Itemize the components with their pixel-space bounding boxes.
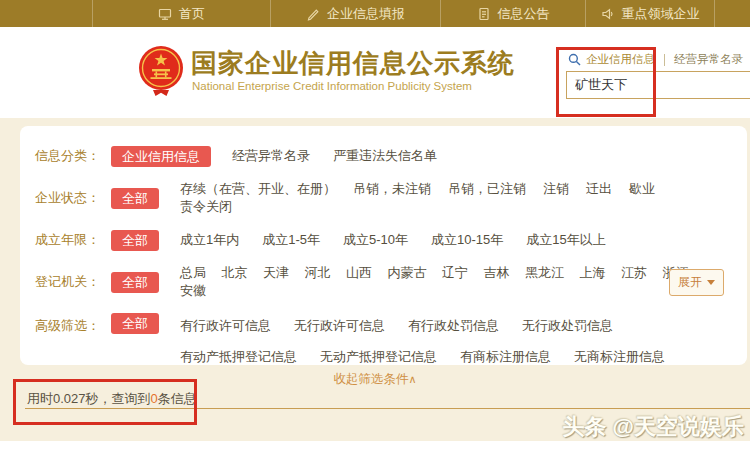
elapsed-prefix: 用时 [27, 391, 53, 406]
search-icon [568, 53, 581, 66]
filter-option[interactable]: 黑龙江 [525, 264, 564, 282]
filter-option[interactable]: 安徽 [180, 282, 206, 300]
filter-option[interactable]: 经营异常名录 [232, 147, 310, 165]
filter-row-registration-authority: 登记机关： 全部 总局北京天津河北山西内蒙古辽宁吉林黑龙江上海江苏浙江安徽 展开 [35, 261, 732, 303]
filter-option[interactable]: 吊销，已注销 [448, 180, 526, 198]
filter-label: 企业状态： [35, 189, 111, 207]
selected-filter-button[interactable]: 全部 [111, 188, 159, 209]
filter-label: 成立年限： [35, 231, 111, 249]
nav-label: 企业信息填报 [327, 5, 405, 23]
filter-options: 成立1年内成立1-5年成立5-10年成立10-15年成立15年以上 [180, 231, 629, 249]
nav-label: 首页 [179, 5, 205, 23]
selected-filter-button[interactable]: 全部 [111, 230, 159, 251]
chevron-down-icon [707, 280, 715, 285]
filter-option[interactable]: 存续（在营、开业、在册） [180, 180, 336, 198]
filter-options: 总局北京天津河北山西内蒙古辽宁吉林黑龙江上海江苏浙江安徽 [180, 264, 732, 300]
search-type-tabs: 企业信用信息 经营异常名录 [568, 52, 750, 67]
header: 国家企业信用信息公示系统 National Enterprise Credit … [0, 27, 750, 118]
result-count: 0 [151, 391, 158, 406]
filter-options: 存续（在营、开业、在册）吊销，未注销吊销，已注销注销迁出歇业责令关闭 [180, 180, 732, 216]
filter-label: 信息分类： [35, 147, 111, 165]
national-emblem-logo [137, 45, 185, 97]
filter-option[interactable]: 成立15年以上 [526, 231, 605, 249]
selected-filter-button[interactable]: 企业信用信息 [111, 146, 211, 167]
selected-filter-button[interactable]: 全部 [111, 313, 159, 334]
filter-option[interactable]: 总局 [180, 264, 206, 282]
collapse-filters-label: 收起筛选条件 [333, 372, 408, 386]
elapsed-suffix: 秒，查询到 [86, 391, 151, 406]
pen-icon [306, 7, 320, 21]
filter-option[interactable]: 有动产抵押登记信息 [180, 348, 297, 366]
filter-row-advanced: 高级筛选： 全部 有行政许可信息无行政许可信息有行政处罚信息无行政处罚信息 有动… [35, 303, 732, 366]
filter-option[interactable]: 上海 [580, 264, 606, 282]
filter-option[interactable]: 无商标注册信息 [574, 348, 665, 366]
filter-option[interactable]: 吊销，未注销 [353, 180, 431, 198]
nav-label: 重点领域企业 [622, 5, 700, 23]
nav-item-enterprise-filing[interactable]: 企业信息填报 [270, 0, 440, 27]
filter-option[interactable]: 吉林 [484, 264, 510, 282]
tab-abnormal-operations-list[interactable]: 经营异常名录 [665, 52, 750, 67]
watermark: 头条 @天空说娱乐 [562, 412, 744, 442]
filter-option[interactable]: 成立5-10年 [343, 231, 408, 249]
filter-options: 经营异常名录严重违法失信名单 [232, 147, 460, 165]
filter-option[interactable]: 歇业 [629, 180, 655, 198]
divider [25, 408, 750, 409]
filter-label: 登记机关： [35, 273, 111, 291]
filter-options: 有行政许可信息无行政许可信息有行政处罚信息无行政处罚信息 [180, 317, 688, 335]
filter-option[interactable]: 无行政许可信息 [294, 317, 385, 335]
results-summary: 用时0.027秒，查询到0条信息 [27, 390, 197, 408]
filter-option[interactable]: 河北 [305, 264, 331, 282]
filter-option[interactable]: 成立1年内 [180, 231, 239, 249]
filter-option[interactable]: 江苏 [621, 264, 647, 282]
filter-option[interactable]: 成立1-5年 [262, 231, 320, 249]
filter-panel: 信息分类： 企业信用信息 经营异常名录严重违法失信名单 企业状态： 全部 存续（… [20, 126, 747, 365]
filter-row-info-category: 信息分类： 企业信用信息 经营异常名录严重违法失信名单 [35, 135, 732, 177]
filter-option[interactable]: 北京 [222, 264, 248, 282]
filter-option[interactable]: 有行政许可信息 [180, 317, 271, 335]
filter-row-establishment-years: 成立年限： 全部 成立1年内成立1-5年成立5-10年成立10-15年成立15年… [35, 219, 732, 261]
monitor-icon [158, 7, 172, 21]
nav-item-home[interactable]: 首页 [92, 0, 270, 27]
expand-button[interactable]: 展开 [669, 269, 724, 296]
elapsed-seconds: 0.027 [53, 391, 86, 406]
filter-option[interactable]: 天津 [263, 264, 289, 282]
filter-row-enterprise-status: 企业状态： 全部 存续（在营、开业、在册）吊销，未注销吊销，已注销注销迁出歇业责… [35, 177, 732, 219]
tab-enterprise-credit-info[interactable]: 企业信用信息 [586, 52, 664, 67]
nav-item-key-field-enterprises[interactable]: 重点领域企业 [585, 0, 715, 27]
filter-option[interactable]: 有商标注册信息 [460, 348, 551, 366]
filter-option[interactable]: 无行政处罚信息 [522, 317, 613, 335]
expand-button-label: 展开 [678, 274, 702, 291]
filter-option[interactable]: 责令关闭 [180, 198, 232, 216]
nav-item-announcements[interactable]: 信息公告 [440, 0, 585, 27]
filter-option[interactable]: 山西 [346, 264, 372, 282]
speaker-icon [601, 7, 615, 21]
filter-option[interactable]: 严重违法失信名单 [333, 147, 437, 165]
document-icon [477, 7, 491, 21]
page-subtitle: National Enterprise Credit Information P… [192, 80, 472, 92]
filter-option[interactable]: 成立10-15年 [431, 231, 503, 249]
filter-option[interactable]: 注销 [543, 180, 569, 198]
bottom-strip [0, 441, 750, 453]
collapse-filters-link[interactable]: 收起筛选条件∧ [0, 371, 750, 388]
count-suffix: 条信息 [158, 391, 197, 406]
page: 首页 企业信息填报 信息公告 重点领域企业 [0, 0, 750, 453]
page-title: 国家企业信用信息公示系统 [191, 46, 515, 81]
nav-label: 信息公告 [498, 5, 550, 23]
filter-label: 高级筛选： [35, 313, 111, 335]
selected-filter-button[interactable]: 全部 [111, 272, 159, 293]
filter-option[interactable]: 有行政处罚信息 [408, 317, 499, 335]
filter-options: 有动产抵押登记信息无动产抵押登记信息有商标注册信息无商标注册信息 [180, 348, 688, 366]
filter-option[interactable]: 辽宁 [442, 264, 468, 282]
search-input[interactable] [566, 71, 750, 99]
filter-option[interactable]: 迁出 [586, 180, 612, 198]
chevron-up-icon: ∧ [408, 373, 416, 385]
filter-option[interactable]: 无动产抵押登记信息 [320, 348, 437, 366]
filter-option[interactable]: 内蒙古 [388, 264, 427, 282]
top-nav: 首页 企业信息填报 信息公告 重点领域企业 [0, 0, 750, 27]
